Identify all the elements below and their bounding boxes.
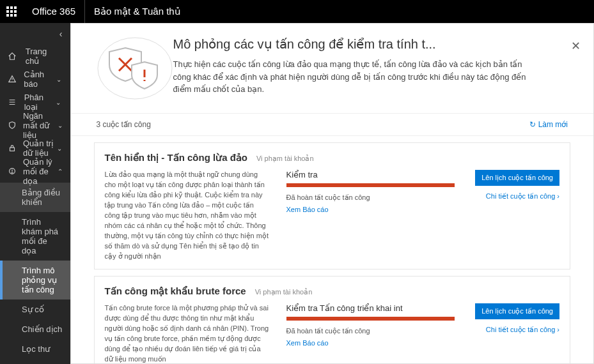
subnav-threat-explorer[interactable]: Trình khám phá mối đe dọa: [0, 212, 70, 261]
subnav-incidents[interactable]: Sự cố: [0, 300, 70, 319]
attack-details-link[interactable]: Chi tiết cuộc tấn công: [486, 326, 559, 334]
chevron-down-icon: ⌄: [54, 99, 62, 106]
chevron-left-icon: ‹: [59, 29, 63, 39]
chevron-down-icon: ⌄: [55, 76, 63, 83]
subnav-attack-simulator[interactable]: Trình mô phỏng vụ tấn công: [0, 261, 70, 300]
page-title: Mô phỏng các vụ tấn công để kiểm tra tín…: [173, 36, 543, 52]
completed-label: Đã hoàn tất cuộc tấn công: [286, 327, 455, 335]
progress-bar: [286, 183, 455, 187]
nav-item-home[interactable]: Trang chủ: [0, 45, 70, 68]
left-navigation: ‹ Trang chủ Cảnh báo ⌄ Phân loại ⌄ Ngăn …: [0, 23, 70, 364]
hero-panel: Mô phỏng các vụ tấn công để kiểm tra tín…: [71, 24, 594, 114]
nav-item-threat-management[interactable]: Quản lý mối đe dọa ⌃: [0, 160, 70, 183]
refresh-button[interactable]: Làm mới: [529, 120, 568, 129]
attack-card-brute-force: Tấn công mật khẩu brute force Vi phạm tà…: [94, 276, 571, 364]
hero-shields-icon: [97, 36, 173, 100]
chevron-up-icon: ⌃: [58, 168, 63, 175]
nav-item-dlp[interactable]: Ngăn mất dữ liệu ⌄: [0, 114, 70, 137]
attack-card-spear-phishing: Tên hiển thị - Tấn công lừa đảo Vi phạm …: [94, 142, 571, 269]
svg-rect-7: [10, 14, 13, 17]
global-header: Office 365 Bảo mật & Tuân thủ: [0, 0, 594, 23]
progress-bar: [286, 317, 455, 321]
svg-rect-1: [10, 6, 13, 9]
nav-label: Trang chủ: [26, 47, 63, 66]
list-icon: [8, 98, 18, 107]
attack-count-label: 3 cuộc tấn công: [97, 120, 151, 129]
attack-details-link[interactable]: Chi tiết cuộc tấn công: [486, 192, 559, 201]
attack-description: Tấn công brute force là một phương pháp …: [105, 303, 271, 364]
chevron-down-icon: ⌄: [57, 145, 62, 152]
view-report-link[interactable]: Xem Báo cáo: [286, 206, 329, 213]
nav-label: Quản trị dữ liệu: [23, 139, 57, 158]
nav-label: Quản lý mối đe dọa: [23, 157, 58, 186]
launch-attack-button[interactable]: Lên lịch cuộc tấn công: [475, 170, 559, 186]
svg-rect-6: [6, 14, 9, 17]
nav-label: Phân loại: [24, 93, 55, 112]
attack-category: Vi phạm tài khoản: [255, 288, 313, 296]
attack-name: Tấn công mật khẩu brute force: [105, 285, 246, 297]
content-pane: Mô phỏng các vụ tấn công để kiểm tra tín…: [70, 23, 595, 364]
svg-rect-0: [6, 6, 9, 9]
product-name: Office 365: [23, 0, 85, 23]
chevron-down-icon: ⌄: [58, 122, 63, 129]
svg-rect-5: [14, 10, 17, 13]
completed-label: Đã hoàn tất cuộc tấn công: [286, 193, 455, 202]
subnav-mail-filter[interactable]: Lọc thư: [0, 339, 70, 359]
nav-label: Cảnh báo: [24, 70, 54, 89]
attack-description: Lừa đảo qua mạng là một thuật ngữ chung …: [105, 170, 271, 261]
test-label: Kiểm tra Tấn công triển khai int: [286, 303, 455, 313]
svg-rect-3: [6, 10, 9, 13]
alert-icon: [8, 75, 17, 84]
subnav-campaigns[interactable]: Chiến dịch: [0, 319, 70, 339]
nav-submenu-threat: Bảng điều khiển Trình khám phá mối đe dọ…: [0, 183, 70, 364]
svg-rect-4: [10, 10, 13, 13]
collapse-sidebar-button[interactable]: ‹: [0, 23, 70, 45]
home-icon: [8, 52, 19, 61]
threat-icon: [8, 167, 17, 176]
page-description: Thực hiện các cuộc tấn công lừa đảo qua …: [173, 58, 543, 96]
svg-rect-9: [10, 148, 15, 151]
subnav-dashboard[interactable]: Bảng điều khiển: [0, 183, 70, 212]
status-bar: 3 cuộc tấn công Làm mới: [71, 114, 594, 136]
subnav-anti-malware[interactable]: Chống phần mềm xấu: [0, 359, 70, 364]
attack-category: Vi phạm tài khoản: [256, 155, 314, 163]
nav-label: Ngăn mất dữ liệu: [23, 111, 58, 140]
nav-item-alerts[interactable]: Cảnh báo ⌄: [0, 68, 70, 91]
test-label: Kiểm tra: [286, 170, 455, 179]
svg-rect-2: [14, 6, 17, 9]
view-report-link[interactable]: Xem Báo cáo: [286, 339, 329, 347]
app-title: Bảo mật & Tuân thủ: [85, 0, 190, 23]
launch-attack-button[interactable]: Lên lịch cuộc tấn công: [475, 303, 559, 319]
shield-icon: [8, 121, 17, 130]
lock-icon: [8, 144, 17, 153]
svg-rect-8: [14, 14, 17, 17]
app-launcher-icon[interactable]: [0, 0, 23, 23]
attack-name: Tên hiển thị - Tấn công lừa đảo: [105, 152, 247, 163]
close-icon[interactable]: ✕: [571, 39, 581, 53]
